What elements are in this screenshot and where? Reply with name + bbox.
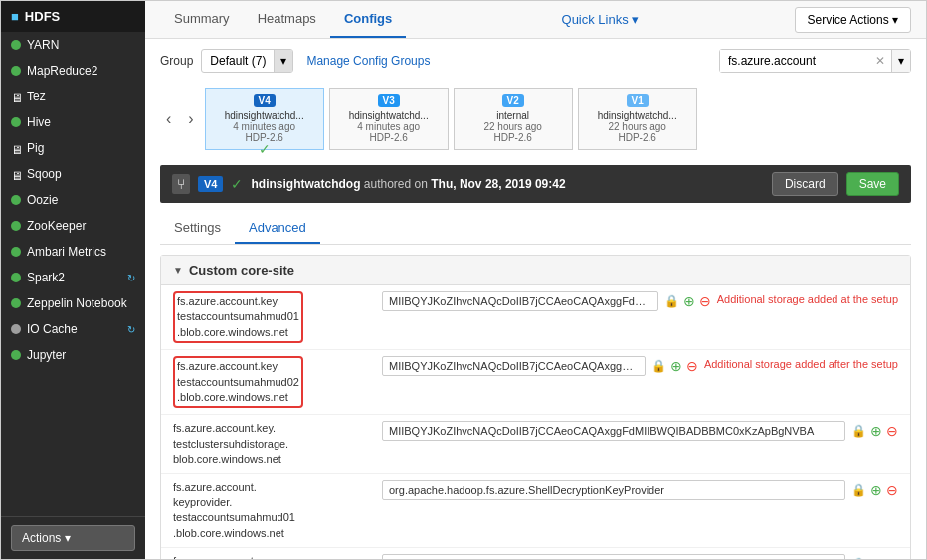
sidebar-item-spark2[interactable]: Spark2↻ bbox=[1, 265, 145, 290]
sidebar-item-oozie[interactable]: Oozie bbox=[1, 187, 145, 213]
config-value-container-4: 🔒 ⊕ ⊖ bbox=[382, 554, 898, 559]
spark2-refresh-icon[interactable]: ↻ bbox=[127, 273, 135, 283]
config-value-input-3[interactable] bbox=[382, 480, 845, 500]
group-select-arrow[interactable]: ▾ bbox=[274, 50, 292, 72]
config-row-3: fs.azure.account.keyprovider.testaccount… bbox=[161, 474, 910, 549]
sidebar-item-zeppelin[interactable]: Zeppelin Notebook bbox=[1, 290, 145, 316]
sidebar-item-ambari-metrics[interactable]: Ambari Metrics bbox=[1, 239, 145, 265]
version-hdp-v3: HDP-2.6 bbox=[340, 132, 438, 143]
version-next-arrow[interactable]: › bbox=[182, 108, 199, 130]
io-cache-refresh-icon[interactable]: ↻ bbox=[127, 324, 135, 335]
config-key-container-3: fs.azure.account.keyprovider.testaccount… bbox=[173, 480, 372, 542]
lock-icon-0[interactable]: 🔒 bbox=[664, 294, 679, 308]
lock-icon-1[interactable]: 🔒 bbox=[651, 359, 666, 373]
sidebar-item-hive[interactable]: Hive bbox=[1, 109, 145, 135]
oozie-status-icon bbox=[11, 195, 21, 205]
lock-icon-3[interactable]: 🔒 bbox=[851, 483, 866, 497]
sidebar: ■ HDFS YARNMapReduce2🖥TezHive🖥Pig🖥SqoopO… bbox=[1, 1, 145, 559]
lock-icon-2[interactable]: 🔒 bbox=[851, 424, 866, 438]
version-card-v1[interactable]: V1 hdinsightwatchd... 22 hours ago HDP-2… bbox=[578, 88, 697, 150]
top-nav: Summary Heatmaps Configs Quick Links ▾ S… bbox=[145, 1, 926, 39]
remove-icon-3[interactable]: ⊖ bbox=[886, 482, 898, 498]
tab-advanced[interactable]: Advanced bbox=[235, 213, 320, 244]
add-icon-1[interactable]: ⊕ bbox=[670, 358, 682, 374]
version-badge-v2: V2 bbox=[502, 94, 524, 107]
sidebar-item-label-mapreduce2: MapReduce2 bbox=[27, 64, 135, 78]
group-select[interactable]: Default (7) ▾ bbox=[201, 49, 293, 73]
config-key-circled-1: fs.azure.account.key.testaccountsumahmud… bbox=[173, 356, 303, 408]
search-input[interactable] bbox=[720, 50, 869, 72]
sidebar-item-zookeeper[interactable]: ZooKeeper bbox=[1, 213, 145, 239]
sidebar-item-mapreduce2[interactable]: MapReduce2 bbox=[1, 58, 145, 84]
tez-status-icon: 🖥 bbox=[11, 92, 21, 101]
config-key-container-1: fs.azure.account.key.testaccountsumahmud… bbox=[173, 356, 372, 408]
save-button[interactable]: Save bbox=[846, 172, 899, 196]
quick-links[interactable]: Quick Links ▾ bbox=[562, 12, 640, 27]
config-key-3: fs.azure.account.keyprovider.testaccount… bbox=[173, 481, 295, 539]
version-card-v4[interactable]: V4 hdinsightwatchd... 4 minutes ago HDP-… bbox=[205, 88, 324, 150]
version-card-v2[interactable]: V2 internal 22 hours ago HDP-2.6 bbox=[454, 88, 573, 150]
sidebar-header: ■ HDFS bbox=[1, 1, 145, 32]
config-value-container-1: 🔒 ⊕ ⊖ Additional storage added after the… bbox=[382, 356, 898, 376]
manage-config-groups-link[interactable]: Manage Config Groups bbox=[306, 54, 430, 68]
add-icon-4[interactable]: ⊕ bbox=[870, 556, 882, 559]
lock-icon-4[interactable]: 🔒 bbox=[851, 557, 866, 559]
config-value-input-0[interactable] bbox=[382, 291, 658, 311]
remove-icon-2[interactable]: ⊖ bbox=[886, 423, 898, 439]
config-value-input-2[interactable] bbox=[382, 421, 845, 441]
sidebar-item-yarn[interactable]: YARN bbox=[1, 32, 145, 58]
config-value-input-4[interactable] bbox=[382, 554, 845, 559]
sidebar-item-jupyter[interactable]: Jupyter bbox=[1, 342, 145, 368]
sidebar-item-tez[interactable]: 🖥Tez bbox=[1, 84, 145, 109]
config-icons-4: 🔒 ⊕ ⊖ bbox=[851, 554, 898, 559]
version-name-v2: internal bbox=[464, 110, 562, 121]
add-icon-2[interactable]: ⊕ bbox=[870, 423, 882, 439]
config-key-container-2: fs.azure.account.key.testclustersuhdisto… bbox=[173, 421, 372, 467]
current-version-bar: ⑂ V4 ✓ hdinsightwatchdog authored on Thu… bbox=[160, 165, 911, 203]
config-key-2: fs.azure.account.key.testclustersuhdisto… bbox=[173, 422, 288, 465]
service-actions-button[interactable]: Service Actions ▾ bbox=[795, 7, 911, 33]
version-name-v4: hdinsightwatchd... bbox=[216, 110, 313, 121]
tab-summary[interactable]: Summary bbox=[160, 1, 244, 38]
sidebar-item-pig[interactable]: 🖥Pig bbox=[1, 135, 145, 161]
actions-button[interactable]: Actions ▾ bbox=[11, 525, 135, 551]
discard-button[interactable]: Discard bbox=[772, 172, 838, 196]
sidebar-item-label-oozie: Oozie bbox=[27, 193, 135, 207]
sidebar-item-sqoop[interactable]: 🖥Sqoop bbox=[1, 161, 145, 187]
config-icons-1: 🔒 ⊕ ⊖ bbox=[651, 356, 698, 374]
config-value-input-1[interactable] bbox=[382, 356, 646, 376]
inner-tabs: Settings Advanced bbox=[160, 213, 911, 245]
remove-icon-0[interactable]: ⊖ bbox=[699, 293, 711, 309]
yarn-status-icon bbox=[11, 40, 21, 50]
version-card-v3[interactable]: V3 hdinsightwatchd... 4 minutes ago HDP-… bbox=[329, 88, 449, 150]
config-row-4: fs.azure.account.keyprovider 🔒 ⊕ ⊖ bbox=[161, 548, 910, 559]
config-key-container-0: fs.azure.account.key.testaccountsumahmud… bbox=[173, 291, 372, 343]
config-row-1: fs.azure.account.key.testaccountsumahmud… bbox=[161, 350, 910, 415]
sidebar-item-label-yarn: YARN bbox=[27, 38, 135, 52]
remove-icon-1[interactable]: ⊖ bbox=[686, 358, 698, 374]
sidebar-actions: Actions ▾ bbox=[1, 516, 145, 559]
remove-icon-4[interactable]: ⊖ bbox=[886, 556, 898, 559]
add-icon-3[interactable]: ⊕ bbox=[870, 482, 882, 498]
config-key-4: fs.azure.account.keyprovider bbox=[173, 555, 257, 559]
add-icon-0[interactable]: ⊕ bbox=[683, 293, 695, 309]
search-dropdown-button[interactable]: ▾ bbox=[891, 50, 910, 72]
content-area: Group Default (7) ▾ Manage Config Groups… bbox=[145, 39, 926, 559]
version-badge-v1: V1 bbox=[627, 94, 649, 107]
sidebar-title: HDFS bbox=[25, 9, 60, 24]
config-section-header[interactable]: ▼ Custom core-site bbox=[161, 256, 910, 285]
main-content: Summary Heatmaps Configs Quick Links ▾ S… bbox=[145, 1, 926, 559]
config-note-0: Additional storage added at the setup bbox=[717, 291, 898, 307]
nav-tabs: Summary Heatmaps Configs bbox=[160, 1, 406, 38]
sidebar-item-label-hive: Hive bbox=[27, 115, 135, 129]
tab-configs[interactable]: Configs bbox=[330, 1, 406, 38]
tab-heatmaps[interactable]: Heatmaps bbox=[244, 1, 330, 38]
version-prev-arrow[interactable]: ‹ bbox=[160, 108, 177, 130]
sidebar-item-io-cache[interactable]: IO Cache↻ bbox=[1, 316, 145, 342]
config-note-1: Additional storage added after the setup bbox=[704, 356, 898, 372]
version-name-v3: hdinsightwatchd... bbox=[340, 110, 438, 121]
tab-settings[interactable]: Settings bbox=[160, 213, 235, 244]
version-tag: V4 bbox=[198, 176, 223, 192]
config-value-container-3: 🔒 ⊕ ⊖ bbox=[382, 480, 898, 500]
search-clear-button[interactable]: ✕ bbox=[869, 50, 891, 72]
